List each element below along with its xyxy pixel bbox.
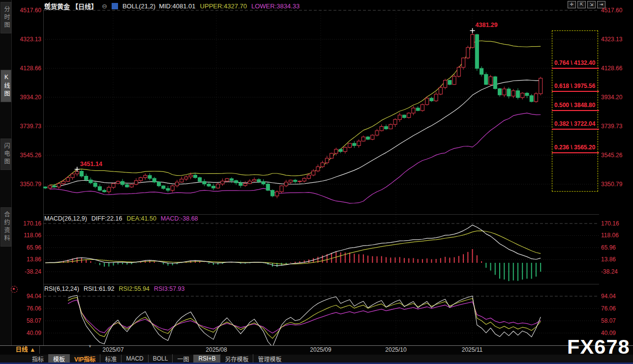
y-axis-label: 3350.79 — [12, 181, 41, 188]
watermark-logo: FX678 — [567, 336, 630, 358]
fib-level-line[interactable] — [552, 91, 599, 92]
sidebar-item-kline-chart[interactable]: K线图 — [0, 70, 11, 102]
x-axis-month-label: 2025/07 — [102, 346, 123, 353]
y-axis-label: 65.96 — [601, 244, 631, 251]
y-axis-label: 3545.26 — [601, 152, 631, 159]
toolbar-tab-另存模板[interactable]: 另存模板 — [220, 354, 253, 364]
panel-collapse-chevron[interactable]: ∨ — [89, 344, 91, 348]
macd-params-label: MACD(26,12,9) — [44, 215, 87, 222]
crosshair-icon[interactable]: ✛ — [568, 1, 576, 8]
fib-level-label: 0.382 \ 3722.04 — [554, 120, 595, 127]
toolbar-tab-BOLL[interactable]: BOLL — [148, 355, 173, 363]
y-axis-label: 13.86 — [601, 256, 631, 263]
fibonacci-retracement-box[interactable] — [552, 30, 598, 192]
chart-tool-buttons: ✛⇱⇲⇥ — [568, 1, 605, 8]
y-axis-label: 58.07 — [12, 317, 41, 324]
y-axis-label: 3545.26 — [12, 152, 41, 159]
macd-header: MACD(26,12,9) DIFF:22.16 DEA:41.50 MACD:… — [44, 215, 198, 222]
toolbar-tab-VIP指标[interactable]: VIP指标 — [69, 354, 100, 364]
fib-level-label: 0.500 \ 3848.80 — [554, 102, 595, 109]
y-axis-label: 3350.79 — [601, 181, 631, 188]
y-axis-label: 3934.20 — [601, 94, 631, 101]
axis-scale-left-icon[interactable]: ⇱ — [577, 1, 586, 8]
toolbar-tab-RSI+B[interactable]: RSI+B — [193, 355, 220, 363]
period-tag: 【日线】 — [72, 1, 97, 11]
toolbar-tab-指标[interactable]: 指标 — [28, 354, 48, 364]
y-axis-label: 118.06 — [601, 232, 631, 239]
toolbar-tab-标准[interactable]: 标准 — [100, 354, 121, 364]
fib-level-label: 0.764 \ 4132.40 — [554, 59, 595, 66]
y-axis-label: 13.86 — [12, 256, 41, 263]
rsi3-value: RSI3:57.93 — [154, 285, 185, 292]
toolbar-tab-一图[interactable]: 一图 — [172, 354, 193, 364]
y-axis-label: 65.96 — [12, 244, 41, 251]
template-toolbar: 指标模板VIP指标标准MACDBOLL一图RSI+B另存模板管理模板 — [0, 355, 633, 363]
macd-diff-value: DIFF:22.16 — [91, 215, 122, 222]
y-axis-label: 118.06 — [12, 232, 41, 239]
macd-macd-value: MACD:-38.68 — [161, 215, 198, 222]
sidebar-item-time-chart[interactable]: 分时图 — [0, 2, 11, 33]
y-axis-label: 4323.13 — [601, 36, 631, 43]
rsi1-value: RSI1:61.92 — [84, 285, 115, 292]
fib-level-line[interactable] — [552, 152, 599, 153]
y-axis-label: 94.04 — [601, 293, 631, 300]
toolbar-tab-模板[interactable]: 模板 — [48, 354, 69, 364]
y-axis-label: 170.16 — [12, 220, 41, 227]
y-axis-label: 4517.60 — [601, 7, 631, 14]
y-axis-label: 4128.66 — [12, 65, 41, 72]
boll-params-label: BOLL(21,2) — [122, 2, 155, 10]
boll-upper-value: UPPER:4327.70 — [200, 2, 247, 10]
x-axis-month-label: 2025/10 — [385, 346, 406, 353]
y-axis-label: 40.09 — [601, 330, 631, 336]
y-axis-label: 76.06 — [12, 305, 41, 312]
axis-scale-right-icon[interactable]: ⇲ — [587, 1, 596, 8]
rsi-header: RSI(6,12,24) RSI1:61.92 RSI2:55.94 RSI3:… — [44, 285, 185, 292]
fib-level-line[interactable] — [552, 110, 599, 111]
main-chart-header: 现货黄金 【日线】 ⊖ BOLL(21,2) MID:4081.01 UPPER… — [44, 1, 300, 11]
y-axis-label: 4517.60 — [12, 7, 41, 14]
x-axis-month-label: 2025/09 — [310, 346, 331, 353]
boll-mid-value: MID:4081.01 — [159, 2, 195, 10]
y-axis-label: 4128.66 — [601, 65, 631, 72]
left-sidebar: 分时图 K线图 闪电图 合约资料 — [0, 0, 12, 364]
y-axis-label: 4323.13 — [12, 36, 41, 43]
chart-canvas[interactable] — [0, 0, 633, 364]
y-axis-label: 170.16 — [601, 220, 631, 227]
x-axis-month-label: 2025/08 — [206, 346, 227, 353]
y-axis-label: 94.04 — [12, 293, 41, 300]
price-annotation: 4381.29 — [476, 22, 498, 28]
y-axis-label: 3739.73 — [12, 123, 41, 130]
y-axis-label: -38.24 — [601, 268, 631, 275]
sidebar-item-lightning-chart[interactable]: 闪电图 — [0, 139, 11, 170]
y-axis-label: 76.06 — [601, 305, 631, 312]
fib-level-label: 0.236 \ 3565.20 — [554, 144, 595, 151]
y-axis-label: 3934.20 — [12, 94, 41, 101]
y-axis-label: 58.07 — [601, 317, 631, 324]
period-selector[interactable]: 日线 ▲ — [12, 346, 40, 354]
collapse-panel-icon[interactable]: ⊖ — [102, 2, 107, 10]
y-axis-label: 40.09 — [12, 330, 41, 336]
macd-dea-value: DEA:41.50 — [126, 215, 156, 222]
toolbar-tab-管理模板[interactable]: 管理模板 — [253, 354, 286, 364]
boll-indicator-icon[interactable] — [112, 3, 118, 9]
y-axis-label: 3739.73 — [601, 123, 631, 130]
rsi2-value: RSI2:55.94 — [119, 285, 150, 292]
sidebar-item-contract-info[interactable]: 合约资料 — [0, 207, 11, 247]
fib-level-label: 0.618 \ 3975.56 — [554, 83, 595, 89]
toolbar-tab-MACD[interactable]: MACD — [121, 355, 148, 363]
fib-level-line[interactable] — [552, 129, 599, 130]
drawing-point-icon[interactable] — [11, 286, 18, 293]
rsi-params-label: RSI(6,12,24) — [44, 285, 79, 292]
price-annotation: 3451.14 — [80, 161, 102, 168]
y-axis-label: -38.24 — [12, 268, 41, 275]
chart-app-window: 分时图 K线图 闪电图 合约资料 现货黄金 【日线】 ⊖ BOLL(21,2) … — [0, 0, 633, 364]
x-axis-month-label: 2025/11 — [462, 346, 483, 353]
boll-lower-value: LOWER:3834.33 — [251, 2, 300, 10]
fib-level-line[interactable] — [552, 68, 599, 69]
